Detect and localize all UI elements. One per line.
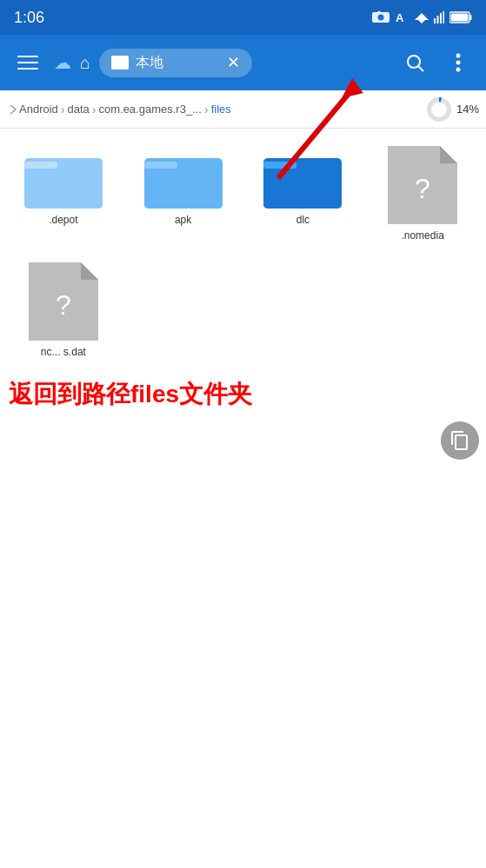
search-icon [404,52,425,73]
file-item-ncdat[interactable]: ? nc... s.dat [7,255,120,365]
file-item-apk[interactable]: apk [127,139,240,248]
svg-rect-10 [470,15,472,20]
svg-point-12 [408,56,420,68]
status-bar: 1:06 A [0,0,486,35]
storage-pie-chart [427,97,451,122]
file-grid: .depot apk dlc ? .nomedia [0,129,486,375]
svg-rect-26 [263,163,342,209]
tab-label: 本地 [136,54,219,72]
file-item-nomedia[interactable]: ? .nomedia [366,139,479,248]
tab-pill[interactable]: 本地 ✕ [99,49,251,77]
breadcrumb-android[interactable]: Android [19,103,58,116]
storage-indicator: 14% [427,97,479,122]
svg-text:A: A [396,11,404,24]
signal-icon [434,11,444,23]
svg-point-1 [378,15,384,21]
svg-rect-6 [437,16,439,23]
svg-rect-8 [443,11,445,23]
tab-icon [111,56,129,70]
storage-percent: 14% [456,103,479,116]
svg-rect-2 [377,11,381,13]
breadcrumb-data[interactable]: data [67,103,89,116]
svg-rect-5 [434,18,436,23]
file-label-nomedia: .nomedia [401,229,443,242]
file-icon-nomedia: ? [388,146,457,224]
annotation-text: 返回到路径files文件夹 [9,378,252,411]
svg-rect-23 [144,163,223,209]
file-label-dlc: dlc [296,214,310,226]
svg-rect-21 [24,162,57,169]
svg-rect-24 [144,162,177,169]
status-time: 1:06 [14,9,44,27]
tab-close-button[interactable]: ✕ [227,55,240,70]
svg-point-14 [456,54,461,58]
clipboard-button[interactable] [441,421,479,460]
photo-icon [371,10,390,24]
breadcrumb-files[interactable]: files [211,103,231,116]
svg-point-16 [456,68,461,72]
search-button[interactable] [397,45,432,80]
svg-text:?: ? [415,173,430,204]
svg-line-13 [419,67,424,72]
file-label-depot: .depot [49,214,77,226]
file-item-dlc[interactable]: dlc [247,139,360,248]
hamburger-button[interactable] [10,45,45,80]
breadcrumb-bar: Android › data › com.ea.games.r3_... › f… [0,90,486,129]
cloud-icon: ☁ [54,52,71,73]
folder-icon-depot [24,146,103,209]
svg-rect-7 [440,13,442,23]
file-label-apk: apk [175,214,191,226]
breadcrumb-package[interactable]: com.ea.games.r3_... [98,103,202,116]
svg-marker-4 [415,13,429,23]
svg-rect-20 [24,163,103,209]
wifi-icon [415,11,429,23]
status-icons: A [371,10,472,24]
battery-icon [449,11,472,23]
folder-icon-dlc [263,146,342,209]
app-bar: ☁ ⌂ 本地 ✕ [0,35,486,90]
font-icon: A [396,10,409,24]
clipboard-icon [449,430,470,451]
svg-text:?: ? [56,289,71,321]
folder-icon-apk [144,146,223,209]
home-icon[interactable]: ⌂ [80,53,90,73]
more-icon [456,52,461,73]
svg-point-15 [456,61,461,65]
breadcrumb-start-icon [7,103,19,116]
svg-rect-27 [263,162,296,169]
file-item-depot[interactable]: .depot [7,139,120,248]
file-label-ncdat: nc... s.dat [41,346,86,358]
more-options-button[interactable] [441,45,476,80]
file-icon-ncdat: ? [29,262,98,341]
svg-rect-11 [451,14,469,22]
svg-point-18 [431,102,447,117]
